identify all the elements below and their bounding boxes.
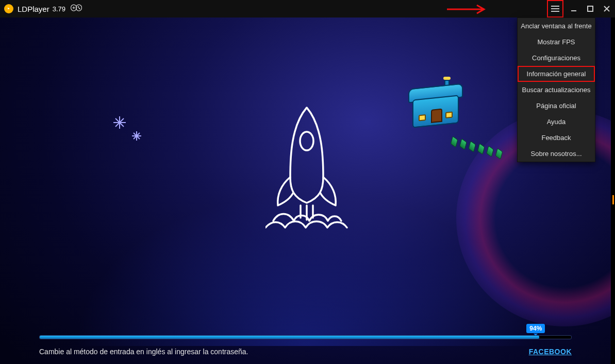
svg-point-2	[76, 5, 82, 11]
menu-item-8[interactable]: Sobre nosotros...	[518, 146, 595, 162]
maximize-button[interactable]	[582, 0, 599, 18]
sparkle-icon	[131, 131, 142, 143]
rocket-icon	[265, 105, 348, 236]
menu-item-5[interactable]: Página oficial	[518, 98, 595, 114]
menu-item-3[interactable]: Información general	[518, 66, 595, 82]
loading-progress: 94%	[39, 335, 572, 339]
app-title: LDPlayer	[18, 5, 49, 13]
svg-point-3	[78, 7, 79, 8]
progress-fill	[40, 336, 539, 339]
decorative-house-icon	[412, 97, 459, 126]
menu-item-1[interactable]: Mostrar FPS	[518, 34, 595, 50]
annotation-highlight-hamburger	[547, 0, 563, 18]
app-logo-icon	[4, 4, 13, 13]
window-controls	[547, 0, 615, 18]
app-window: LDPlayer 3.79	[0, 0, 615, 364]
minimize-button[interactable]	[566, 0, 582, 18]
menu-item-0[interactable]: Anclar ventana al frente	[518, 18, 595, 34]
loading-hint-text: Cambie al método de entrada en inglés al…	[39, 348, 248, 356]
menu-item-6[interactable]: Ayuda	[518, 114, 595, 130]
hamburger-menu-button[interactable]	[548, 2, 562, 15]
progress-percent-badge: 94%	[526, 324, 545, 333]
sparkle-icon	[112, 115, 127, 132]
titlebar: LDPlayer 3.79	[0, 0, 615, 18]
right-toolbar-strip	[611, 18, 615, 364]
svg-point-4	[79, 8, 80, 9]
menu-item-2[interactable]: Configuraciones	[518, 50, 595, 66]
gamepad-icon	[71, 4, 82, 13]
menu-item-7[interactable]: Feedback	[518, 130, 595, 146]
close-button[interactable]	[599, 0, 615, 18]
hamburger-dropdown-menu: Anclar ventana al frenteMostrar FPSConfi…	[517, 18, 595, 162]
toolbar-indicator-icon	[612, 195, 614, 204]
annotation-arrow-icon	[446, 3, 492, 18]
app-version: 3.79	[53, 5, 65, 13]
progress-track	[39, 335, 572, 339]
svg-rect-5	[588, 6, 593, 11]
svg-point-6	[300, 132, 313, 150]
facebook-link[interactable]: FACEBOOK	[529, 348, 572, 356]
menu-item-4[interactable]: Buscar actualizaciones	[518, 82, 595, 98]
